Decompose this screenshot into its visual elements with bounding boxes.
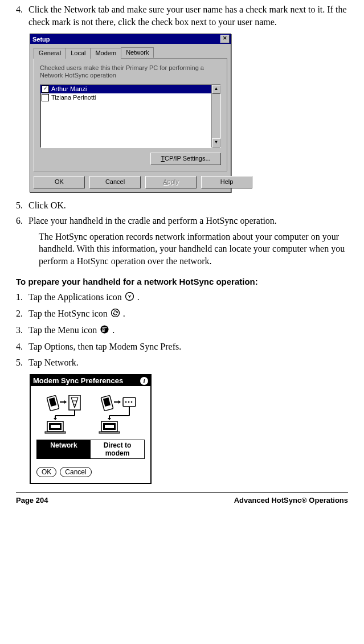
step-number: 5. — [16, 199, 28, 212]
step-text: Click OK. — [28, 199, 348, 212]
tab-network[interactable]: Network — [121, 47, 154, 58]
checkbox-icon[interactable] — [42, 94, 49, 101]
svg-point-18 — [125, 401, 126, 403]
page-number: Page 204 — [16, 496, 48, 504]
scroll-down-icon[interactable]: ▼ — [212, 138, 220, 147]
apply-button[interactable]: Apply — [145, 176, 197, 188]
step-text: Click the Network tab and make sure your… — [28, 3, 348, 28]
toggle-network[interactable]: Network — [37, 440, 91, 458]
direct-modem-icon — [98, 395, 138, 434]
palm-ok-button[interactable]: OK — [36, 467, 56, 477]
svg-rect-23 — [105, 425, 114, 428]
step-c5: 5. Tap Network. — [16, 356, 348, 369]
help-button[interactable]: Help — [201, 176, 252, 188]
step-text: Tap the HotSync icon . — [28, 307, 348, 321]
svg-point-1 — [111, 309, 119, 317]
applications-icon — [125, 292, 134, 304]
dialog-title: Setup — [32, 36, 50, 43]
cancel-button[interactable]: Cancel — [89, 176, 141, 188]
step-text: Tap Options, then tap Modem Sync Prefs. — [28, 341, 348, 353]
svg-rect-3 — [103, 327, 107, 328]
svg-rect-7 — [103, 331, 104, 331]
step-c4: 4. Tap Options, then tap Modem Sync Pref… — [16, 341, 348, 353]
step-6: 6. Place your handheld in the cradle and… — [16, 215, 348, 227]
info-icon[interactable]: i — [140, 377, 148, 385]
svg-point-19 — [128, 401, 129, 403]
step-4: 4. Click the Network tab and make sure y… — [16, 3, 348, 28]
step-5: 5. Click OK. — [16, 199, 348, 212]
user-name: Tiziana Perinotti — [51, 94, 96, 101]
scrollbar[interactable]: ▲ ▼ — [211, 85, 220, 147]
toggle-direct-to-modem[interactable]: Direct to modem — [91, 440, 144, 458]
user-name: Arthur Manzi — [51, 85, 87, 92]
network-sync-icon — [44, 395, 84, 434]
user-listbox[interactable]: ✓ Arthur Manzi Tiziana Perinotti ▲ ▼ — [40, 84, 221, 148]
menu-icon — [100, 325, 109, 337]
step-text: Tap the Menu icon . — [28, 324, 348, 337]
tab-local[interactable]: Local — [66, 48, 91, 59]
modem-sync-prefs-dialog: Modem Sync Preferences i — [30, 374, 152, 484]
step-number: 4. — [16, 3, 28, 28]
svg-rect-24 — [99, 432, 120, 433]
section-title: Advanced HotSync® Operations — [234, 496, 348, 504]
close-icon[interactable]: ✕ — [220, 35, 230, 43]
page-footer: Page 204 Advanced HotSync® Operations — [16, 492, 348, 504]
step-number: 3. — [16, 324, 28, 337]
ok-button[interactable]: OK — [34, 176, 85, 188]
step-text: Tap the Applications icon . — [28, 291, 348, 304]
step-number: 2. — [16, 307, 28, 321]
dialog-tabs: General Local Modem Network — [34, 47, 227, 59]
step-number: 5. — [16, 356, 28, 369]
svg-rect-5 — [103, 329, 104, 330]
palm-cancel-button[interactable]: Cancel — [60, 467, 91, 477]
hotsync-icon — [111, 308, 120, 321]
step-c2: 2. Tap the HotSync icon . — [16, 307, 348, 321]
section-subhead: To prepare your handheld for a network H… — [16, 277, 348, 286]
list-item[interactable]: Tiziana Perinotti — [40, 93, 220, 102]
svg-rect-6 — [103, 330, 104, 331]
svg-point-20 — [130, 401, 132, 403]
step-number: 1. — [16, 291, 28, 304]
svg-rect-13 — [51, 425, 60, 428]
list-item[interactable]: ✓ Arthur Manzi — [40, 85, 220, 93]
step-c3: 3. Tap the Menu icon . — [16, 324, 348, 337]
step-text: Tap Network. — [28, 356, 348, 369]
tab-modem[interactable]: Modem — [90, 48, 121, 59]
palm-titlebar: Modem Sync Preferences i — [31, 375, 150, 386]
setup-dialog: Setup ✕ General Local Modem Network Chec… — [30, 34, 231, 192]
dialog-description: Checked users make this their Primary PC… — [40, 64, 221, 79]
svg-rect-14 — [45, 432, 66, 433]
sync-mode-toggle[interactable]: Network Direct to modem — [36, 440, 145, 459]
step-number: 4. — [16, 341, 28, 353]
step-6-detail: The HotSync operation records network in… — [39, 231, 348, 268]
palm-title-text: Modem Sync Preferences — [33, 376, 123, 385]
step-text: Place your handheld in the cradle and pe… — [28, 215, 348, 227]
step-number: 6. — [16, 215, 28, 227]
step-c1: 1. Tap the Applications icon . — [16, 291, 348, 304]
tcpip-settings-button[interactable]: TCP/IP Settings... — [150, 153, 221, 165]
checkbox-icon[interactable]: ✓ — [42, 85, 49, 93]
tab-general[interactable]: General — [34, 48, 66, 59]
dialog-titlebar: Setup ✕ — [30, 34, 231, 44]
scroll-up-icon[interactable]: ▲ — [212, 85, 220, 94]
